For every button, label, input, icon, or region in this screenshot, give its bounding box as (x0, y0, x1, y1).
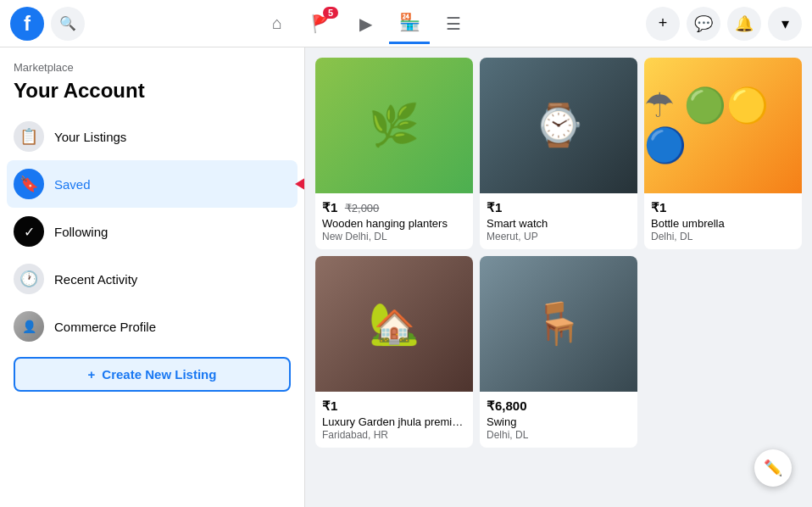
main-layout: Marketplace Your Account 📋 Your Listings… (0, 47, 812, 507)
listing-card-planter[interactable]: 🌿 ₹1 ₹2,000 Wooden hanging planters New … (315, 58, 473, 249)
listing-location: Delhi, DL (651, 231, 795, 242)
content-area: 🌿 ₹1 ₹2,000 Wooden hanging planters New … (305, 47, 812, 507)
facebook-logo[interactable]: f (10, 7, 44, 41)
sidebar-item-label: Recent Activity (54, 272, 137, 287)
listing-price-row: ₹6,800 (487, 398, 631, 414)
listing-card-swing[interactable]: 🪑 ₹6,800 Swing Delhi, DL (480, 256, 637, 448)
listing-card-watch[interactable]: ⌚ ₹1 Smart watch Meerut, UP (480, 58, 637, 249)
listing-title: Wooden hanging planters (322, 217, 466, 230)
create-new-listing-button[interactable]: + Create New Listing (14, 357, 291, 392)
listing-location: Delhi, DL (487, 429, 631, 441)
marketplace-icon: 🏪 (399, 12, 420, 32)
listing-image-umbrella: ☂ 🟢🟡🔵 (644, 58, 802, 193)
home-icon: ⌂ (272, 14, 282, 33)
sidebar-item-saved[interactable]: 🔖 Saved (7, 160, 298, 208)
sidebar-item-label: Commerce Profile (54, 320, 156, 334)
sidebar-item-recent-activity[interactable]: 🕐 Recent Activity (7, 255, 298, 303)
search-button[interactable]: 🔍 (51, 7, 85, 41)
following-icon: ✓ (14, 216, 44, 247)
video-nav-button[interactable]: ▶ (345, 3, 386, 44)
sidebar-item-following[interactable]: ✓ Following (7, 208, 298, 255)
listing-original-price: ₹2,000 (345, 202, 380, 214)
listing-info-watch: ₹1 Smart watch Meerut, UP (480, 193, 637, 249)
listing-price-row: ₹1 (651, 200, 795, 215)
listing-price: ₹1 (651, 200, 666, 214)
listing-card-umbrella[interactable]: ☂ 🟢🟡🔵 ₹1 Bottle umbrella Delhi, DL (644, 58, 802, 249)
menu-icon: ☰ (446, 14, 461, 34)
listing-price-row: ₹1 ₹2,000 (322, 200, 466, 215)
listing-price: ₹6,800 (487, 398, 527, 413)
listing-card-jhula[interactable]: 🏡 ₹1 Luxury Garden jhula premium quality… (315, 256, 473, 448)
listing-price: ₹1 (487, 200, 502, 214)
arrow-pointer (295, 174, 305, 194)
listing-info-swing: ₹6,800 Swing Delhi, DL (480, 392, 637, 448)
messenger-icon: 💬 (694, 14, 713, 33)
nav-left: f 🔍 (10, 7, 85, 41)
listing-info-planter: ₹1 ₹2,000 Wooden hanging planters New De… (315, 193, 473, 249)
listing-image-jhula: 🏡 (315, 256, 473, 392)
listing-location: New Delhi, DL (322, 231, 466, 242)
plus-icon: + (88, 367, 96, 382)
saved-icon: 🔖 (14, 169, 44, 199)
sidebar-item-commerce-profile[interactable]: 👤 Commerce Profile (7, 303, 298, 350)
listing-info-umbrella: ₹1 Bottle umbrella Delhi, DL (644, 193, 802, 249)
listing-price-row: ₹1 (322, 398, 466, 414)
edit-icon: ✏️ (764, 459, 782, 477)
listing-image-watch: ⌚ (480, 58, 637, 193)
nav-right: + 💬 🔔 ▾ (646, 7, 802, 41)
listing-info-jhula: ₹1 Luxury Garden jhula premium quality F… (315, 392, 473, 448)
listing-image-swing: 🪑 (480, 256, 637, 392)
listing-location: Meerut, UP (487, 231, 631, 242)
listing-title: Luxury Garden jhula premium quality (322, 415, 466, 428)
sidebar: Marketplace Your Account 📋 Your Listings… (0, 47, 305, 507)
listing-price: ₹1 (322, 200, 337, 214)
plus-icon: + (659, 14, 668, 32)
bell-button[interactable]: 🔔 (727, 7, 761, 41)
breadcrumb: Marketplace (7, 58, 298, 77)
listing-price: ₹1 (322, 398, 337, 413)
avatar: 👤 (14, 311, 44, 342)
nav-center: ⌂ 🚩 5 ▶ 🏪 ☰ (85, 3, 646, 44)
listing-price-row: ₹1 (487, 200, 631, 215)
recent-activity-icon: 🕐 (14, 264, 44, 294)
sidebar-item-label: Your Listings (54, 130, 126, 144)
listing-title: Swing (487, 415, 631, 428)
your-listings-icon: 📋 (14, 121, 44, 152)
floating-action-button[interactable]: ✏️ (754, 449, 792, 487)
listings-grid: 🌿 ₹1 ₹2,000 Wooden hanging planters New … (315, 58, 802, 448)
topnav: f 🔍 ⌂ 🚩 5 ▶ 🏪 ☰ + 💬 🔔 (0, 0, 812, 47)
bell-icon: 🔔 (735, 14, 754, 33)
sidebar-item-your-listings[interactable]: 📋 Your Listings (7, 113, 298, 160)
profile-chevron-button[interactable]: ▾ (768, 7, 802, 41)
messenger-button[interactable]: 💬 (687, 7, 720, 41)
home-nav-button[interactable]: ⌂ (257, 3, 298, 44)
search-icon: 🔍 (59, 15, 76, 31)
video-icon: ▶ (359, 14, 372, 34)
notifications-nav-button[interactable]: 🚩 5 (301, 3, 342, 44)
create-button[interactable]: + (646, 7, 680, 41)
menu-nav-button[interactable]: ☰ (433, 3, 474, 44)
page-title: Your Account (7, 77, 298, 113)
listing-title: Smart watch (487, 217, 631, 230)
listing-title: Bottle umbrella (651, 217, 795, 230)
notification-badge: 5 (323, 7, 338, 19)
sidebar-item-label: Saved (54, 177, 91, 192)
create-listing-label: Create New Listing (102, 367, 216, 382)
marketplace-nav-button[interactable]: 🏪 (389, 3, 430, 44)
sidebar-item-label: Following (54, 225, 108, 239)
listing-image-planter: 🌿 (315, 58, 473, 193)
listing-location: Faridabad, HR (322, 429, 466, 441)
chevron-down-icon: ▾ (781, 14, 789, 33)
